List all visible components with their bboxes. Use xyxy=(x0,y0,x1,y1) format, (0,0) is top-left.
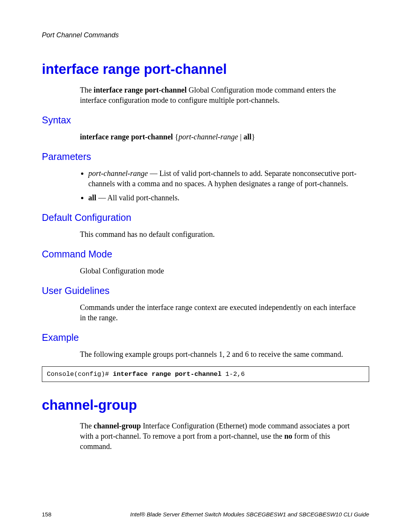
intro-pre: The xyxy=(80,86,94,94)
example-block: The following example groups port-channe… xyxy=(80,349,362,359)
parameters-list: port-channel-range — List of valid port-… xyxy=(80,168,362,203)
command-title-interface-range-port-channel: interface range port-channel xyxy=(42,61,369,77)
syntax-heading: Syntax xyxy=(42,115,369,126)
syntax-brace-close: } xyxy=(252,133,255,141)
console-args: 1-2,6 xyxy=(221,371,245,378)
intro-block-2: The channel-group Interface Configuratio… xyxy=(80,421,362,452)
command-title-channel-group: channel-group xyxy=(42,397,369,413)
syntax-brace-open: { xyxy=(173,133,178,141)
list-item: port-channel-range — List of valid port-… xyxy=(88,168,362,189)
guidelines-text: Commands under the interface range conte… xyxy=(80,302,362,323)
param2-rest: — All valid port-channels. xyxy=(96,193,179,202)
chapter-header: Port Channel Commands xyxy=(42,31,369,39)
footer-title: Intel® Blade Server Ethernet Switch Modu… xyxy=(130,511,369,518)
syntax-sep: | xyxy=(238,133,244,141)
syntax-line: interface range port-channel {port-chann… xyxy=(80,132,362,142)
intro-paragraph-2: The channel-group Interface Configuratio… xyxy=(80,421,362,452)
syntax-all: all xyxy=(244,133,252,141)
intro2-bold2: no xyxy=(284,432,292,440)
intro-paragraph: The interface range port-channel Global … xyxy=(80,85,362,105)
mode-block: Global Configuration mode xyxy=(80,266,362,276)
console-command: interface range port-channel xyxy=(113,371,221,378)
intro2-pre: The xyxy=(80,422,94,430)
console-prompt: Console(config)# xyxy=(47,371,113,378)
param2-name: all xyxy=(88,193,96,202)
defcfg-text: This command has no default configuratio… xyxy=(80,229,362,240)
default-configuration-heading: Default Configuration xyxy=(42,212,369,223)
page-number: 158 xyxy=(42,511,51,518)
console-example: Console(config)# interface range port-ch… xyxy=(42,366,369,382)
page: Port Channel Commands interface range po… xyxy=(0,0,411,532)
parameters-block: port-channel-range — List of valid port-… xyxy=(80,168,362,203)
example-heading: Example xyxy=(42,332,369,343)
example-text: The following example groups port-channe… xyxy=(80,349,362,359)
intro-bold: interface range port-channel xyxy=(94,86,186,94)
syntax-block: interface range port-channel {port-chann… xyxy=(80,132,362,142)
syntax-italic: port-channel-range xyxy=(178,133,238,141)
page-footer: 158 Intel® Blade Server Ethernet Switch … xyxy=(42,511,369,518)
command-mode-heading: Command Mode xyxy=(42,249,369,260)
list-item: all — All valid port-channels. xyxy=(88,193,362,203)
defcfg-block: This command has no default configuratio… xyxy=(80,229,362,240)
intro-block: The interface range port-channel Global … xyxy=(80,85,362,105)
intro2-bold1: channel-group xyxy=(94,422,141,430)
param1-name: port-channel-range xyxy=(88,169,148,177)
user-guidelines-heading: User Guidelines xyxy=(42,285,369,296)
syntax-bold: interface range port-channel xyxy=(80,133,173,141)
mode-text: Global Configuration mode xyxy=(80,266,362,276)
guidelines-block: Commands under the interface range conte… xyxy=(80,302,362,323)
parameters-heading: Parameters xyxy=(42,151,369,162)
